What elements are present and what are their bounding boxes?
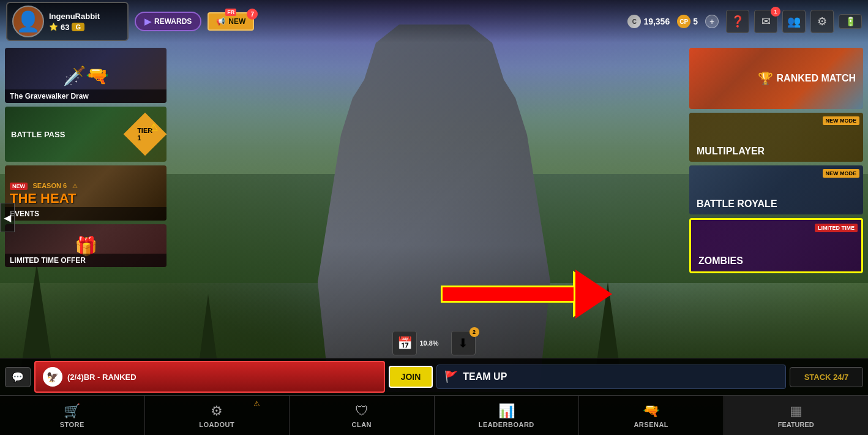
loadout-icon: ⚙ <box>211 403 223 419</box>
flag-icon: 🚩 <box>444 370 458 384</box>
events-card[interactable]: NEW SEASON 6 ⚠ THE HEAT EVENTS <box>5 165 166 221</box>
mail-button[interactable]: ✉ 1 <box>754 10 777 33</box>
ltd-card[interactable]: LIMITED TIME OFFER <box>5 224 166 267</box>
clan-icon: 🛡 <box>355 403 369 419</box>
settings-button[interactable]: ⚙ <box>810 10 834 33</box>
br-new-mode-badge: NEW MODE <box>823 169 860 178</box>
new-tag: NEW <box>10 183 28 190</box>
new-button[interactable]: FR 📢 NEW 7 <box>208 12 254 31</box>
store-label: STORE <box>60 421 84 428</box>
stack-button[interactable]: STACK 24/7 <box>790 367 863 387</box>
cp-icon-label: CP <box>679 18 688 25</box>
arsenal-nav-button[interactable]: 🔫 ARSENAL <box>579 396 724 435</box>
new-count-badge: 7 <box>247 9 258 20</box>
teamup-label: TEAM UP <box>463 371 507 382</box>
rewards-button[interactable]: ▶ REWARDS <box>135 12 201 31</box>
loadout-label: LOADOUT <box>199 421 234 428</box>
squad-icon: 🦅 <box>43 367 62 387</box>
events-content: NEW SEASON 6 ⚠ THE HEAT <box>5 180 166 206</box>
download-container: ⬇ 2 <box>451 331 476 355</box>
help-icon: ❓ <box>731 15 744 28</box>
events-header: NEW SEASON 6 ⚠ <box>10 180 162 191</box>
currencies-section: C 19,356 CP 5 + <box>627 15 719 28</box>
header-icons: ❓ ✉ 1 👥 ⚙ 🔋 <box>726 10 862 33</box>
cp-icon: CP <box>677 15 690 28</box>
chat-icon: 💬 <box>12 371 24 383</box>
bottom-section: 📅 10.8% ⬇ 2 💬 🦅 (2/4)BR - RANKED JOIN 🚩 … <box>0 328 868 435</box>
mid-action-bar: 💬 🦅 (2/4)BR - RANKED JOIN 🚩 TEAM UP STAC… <box>0 358 868 395</box>
rewards-label: REWARDS <box>154 17 192 26</box>
right-panel: 🏆 RANKED MATCH NEW MODE MULTIPLAYER NEW … <box>684 43 868 278</box>
player-avatar <box>12 6 44 37</box>
gravewalker-card[interactable]: The Gravewalker Draw <box>5 48 166 103</box>
featured-nav-button[interactable]: ▦ FEATURED <box>724 396 869 435</box>
download-badge: 2 <box>470 327 479 337</box>
loadout-warning-icon: ⚠ <box>253 399 260 408</box>
leaderboard-nav-button[interactable]: 📊 LEADERBOARD <box>435 396 580 435</box>
season-text: SEASON 6 <box>32 182 67 189</box>
credits-icon-label: C <box>632 18 637 25</box>
clan-nav-button[interactable]: 🛡 CLAN <box>290 396 435 435</box>
battlepass-content: BATTLE PASS TIER1 ⚠ <box>5 119 166 149</box>
player-info-panel[interactable]: IngenuRabbit ⭐ 63 G <box>6 2 129 41</box>
multiplayer-card[interactable]: NEW MODE MULTIPLAYER <box>689 113 863 162</box>
heat-text: THE HEAT <box>10 191 162 206</box>
arrow-pointer <box>441 270 612 319</box>
zombies-label: ZOMBIES <box>698 255 743 267</box>
bottom-navigation: 🛒 STORE ⚠ ⚙ LOADOUT 🛡 CLAN 📊 LEADERBOARD… <box>0 395 868 435</box>
chat-button[interactable]: 💬 <box>5 367 31 387</box>
gravewalker-label: The Gravewalker Draw <box>5 89 166 103</box>
battlepass-image: BATTLE PASS TIER1 ⚠ <box>5 107 166 162</box>
mail-icon: ✉ <box>761 15 771 28</box>
multiplayer-new-mode-badge: NEW MODE <box>823 116 860 125</box>
star-icon: ⭐ <box>49 23 58 31</box>
ranked-label: RANKED MATCH <box>777 73 856 84</box>
join-button[interactable]: JOIN <box>389 366 433 388</box>
featured-icon: ▦ <box>790 403 803 419</box>
events-label: EVENTS <box>5 207 166 221</box>
br-label: BATTLE ROYALE <box>697 199 777 210</box>
squad-text: (2/4)BR - RANKED <box>67 373 137 382</box>
arsenal-icon: 🔫 <box>643 403 659 419</box>
mail-badge: 1 <box>771 7 780 17</box>
battlepass-card[interactable]: BATTLE PASS TIER1 ⚠ <box>5 107 166 162</box>
progress-percent: 10.8% <box>419 339 438 347</box>
store-nav-button[interactable]: 🛒 STORE <box>0 396 145 435</box>
loadout-nav-button[interactable]: ⚠ ⚙ LOADOUT <box>145 396 290 435</box>
trophy-icon: 🏆 <box>758 71 773 86</box>
multiplayer-label: MULTIPLAYER <box>697 146 765 157</box>
credits-value: 19,356 <box>643 17 670 26</box>
top-header: IngenuRabbit ⭐ 63 G ▶ REWARDS FR 📢 NEW 7… <box>0 0 868 43</box>
leaderboard-label: LEADERBOARD <box>479 421 534 428</box>
store-icon: 🛒 <box>64 403 80 419</box>
add-currency-button[interactable]: + <box>705 15 719 28</box>
player-currency-badge: G <box>72 23 84 31</box>
battle-royale-card[interactable]: NEW MODE BATTLE ROYALE <box>689 165 863 214</box>
friends-icon: 👥 <box>787 15 801 28</box>
player-name: IngenuRabbit <box>49 12 100 21</box>
player-level-row: ⭐ 63 G <box>49 23 100 32</box>
zombies-card[interactable]: LIMITED TIME ZOMBIES <box>689 218 863 273</box>
credits-item: C 19,356 <box>627 15 670 28</box>
calendar-item: 📅 10.8% <box>392 331 438 355</box>
friends-button[interactable]: 👥 <box>782 10 806 33</box>
battery-icon: 🔋 <box>845 17 856 26</box>
left-panel: The Gravewalker Draw BATTLE PASS TIER1 ⚠… <box>0 43 171 272</box>
warning-icon: ⚠ <box>72 183 78 189</box>
help-button[interactable]: ❓ <box>726 10 749 33</box>
left-nav-arrow[interactable]: ◀ <box>0 203 15 232</box>
ranked-match-card[interactable]: 🏆 RANKED MATCH <box>689 48 863 109</box>
tier-warning-icon: ⚠ <box>149 121 158 133</box>
play-icon: ▶ <box>144 17 151 26</box>
new-label: NEW <box>228 17 245 26</box>
teamup-button[interactable]: 🚩 TEAM UP <box>436 365 786 389</box>
arsenal-label: ARSENAL <box>634 421 668 428</box>
megaphone-icon: 📢 <box>216 17 225 26</box>
fr-badge: FR <box>225 9 236 16</box>
squad-button[interactable]: 🦅 (2/4)BR - RANKED <box>34 361 385 393</box>
info-bar: 📅 10.8% ⬇ 2 <box>0 328 868 358</box>
battery-indicator: 🔋 <box>839 14 862 29</box>
player-details: IngenuRabbit ⭐ 63 G <box>49 12 100 32</box>
ltd-label: LIMITED TIME OFFER <box>5 254 166 267</box>
settings-icon: ⚙ <box>817 15 827 28</box>
